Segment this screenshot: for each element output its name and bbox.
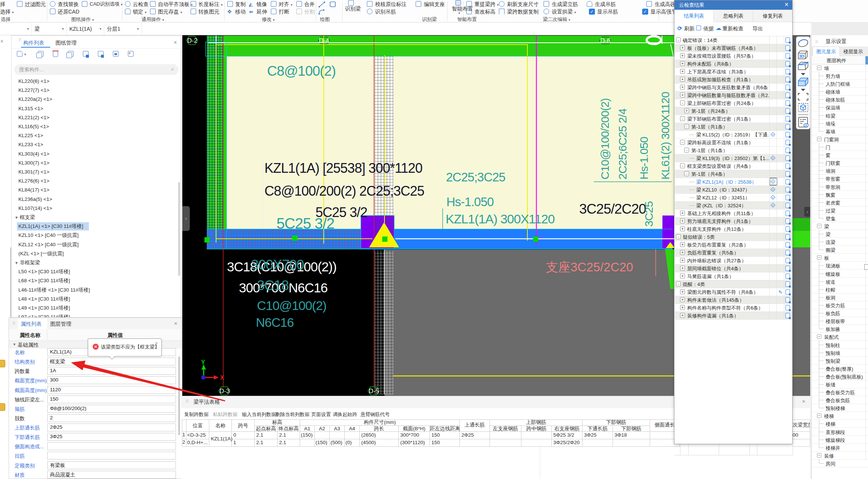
svg-text:2C25;3C25: 2C25;3C25 — [446, 170, 505, 184]
svg-text:3C25: 3C25 — [643, 201, 655, 227]
svg-text:X: X — [220, 374, 224, 381]
svg-text:C10@100/200(2): C10@100/200(2) — [599, 98, 611, 180]
svg-text:D-5: D-5 — [369, 388, 379, 395]
svg-text:D-3: D-3 — [219, 388, 230, 395]
svg-text:C8@100/200(2) 2C25;3C25: C8@100/200(2) 2C25;3C25 — [264, 183, 424, 199]
svg-text:支座3C25/2C20: 支座3C25/2C20 — [546, 260, 633, 274]
svg-text:2C25;6C25 2/4: 2C25;6C25 2/4 — [616, 109, 629, 180]
svg-text:3C25/2C20: 3C25/2C20 — [579, 201, 646, 217]
svg-text:Hs-1.050: Hs-1.050 — [638, 137, 650, 180]
svg-text:D-6: D-6 — [600, 37, 610, 44]
svg-text:KZL1(1A) 300X1120: KZL1(1A) 300X1120 — [446, 212, 555, 226]
svg-text:KL61(2) 300X1120: KL61(2) 300X1120 — [659, 92, 671, 180]
svg-text:KZL1(1A) [25538] 300*1120: KZL1(1A) [25538] 300*1120 — [264, 160, 422, 176]
svg-text:3D: 3D — [799, 54, 804, 58]
svg-text:Y: Y — [201, 359, 205, 365]
svg-text:3C18: 3C18 — [257, 278, 288, 293]
svg-text:D-4: D-4 — [319, 37, 329, 44]
svg-text:300X700: 300X700 — [251, 257, 304, 272]
svg-text:C8@100(2): C8@100(2) — [267, 63, 336, 79]
svg-text:D-2: D-2 — [187, 37, 197, 44]
svg-text:5C25 3/2: 5C25 3/2 — [276, 215, 334, 232]
svg-text:Hs-1.050: Hs-1.050 — [446, 195, 494, 209]
svg-text:N6C16: N6C16 — [256, 315, 294, 329]
svg-text:C10@100(2): C10@100(2) — [257, 298, 326, 313]
